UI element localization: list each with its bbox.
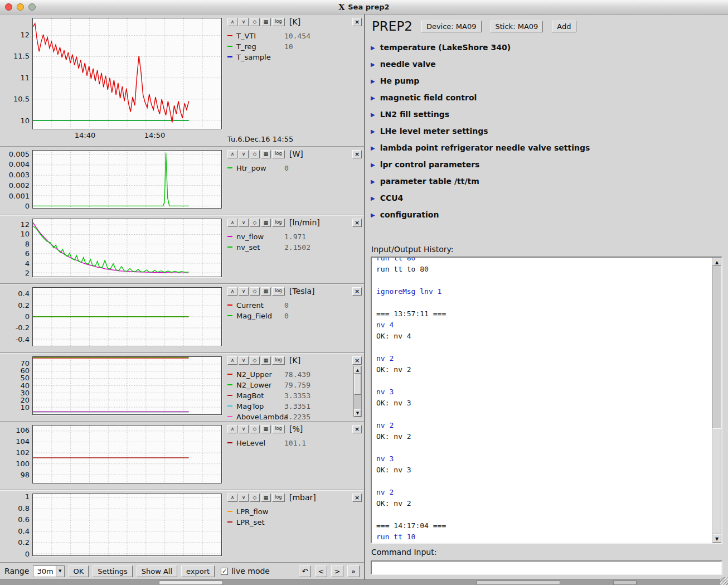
ok-button[interactable]: OK (69, 565, 89, 577)
page-left-button[interactable]: < (315, 565, 327, 577)
scroll-down-icon[interactable]: ▼ (354, 409, 361, 417)
scroll-thumb[interactable] (354, 374, 361, 395)
resize-grip[interactable] (720, 577, 728, 585)
plot-area[interactable] (32, 18, 222, 129)
legend-name: N2_Lower (236, 381, 284, 389)
down-button[interactable]: ∨ (239, 287, 249, 296)
log-button[interactable]: log (272, 150, 285, 158)
log-button[interactable]: log (272, 219, 285, 227)
y-axis: 70605040302010 (0, 353, 32, 421)
legend-value: 101.1 (284, 439, 306, 447)
plot-area[interactable] (32, 287, 222, 346)
x-tick-label: 14:40 (75, 131, 95, 139)
show-all-button[interactable]: Show All (137, 565, 177, 577)
up-button[interactable]: ∧ (227, 425, 237, 433)
diamond-button[interactable]: ◇ (250, 287, 260, 296)
scroll-up-icon[interactable]: ▲ (712, 258, 721, 266)
diamond-button[interactable]: ◇ (250, 18, 260, 26)
tree-item-0[interactable]: ▶temperature (LakeShore 340) (371, 39, 728, 56)
log-button[interactable]: log (272, 494, 285, 502)
add-button[interactable]: Add (552, 21, 576, 32)
log-button[interactable]: log (272, 287, 285, 296)
down-button[interactable]: ∨ (239, 150, 249, 158)
legend-color-dash (227, 236, 232, 237)
series-Htr_pow (33, 153, 189, 206)
close-button[interactable]: × (352, 287, 362, 296)
down-button[interactable]: ∨ (239, 494, 249, 502)
grid-button[interactable]: ▦ (261, 356, 271, 365)
diamond-button[interactable]: ◇ (250, 150, 260, 158)
diamond-button[interactable]: ◇ (250, 219, 260, 227)
tree-item-2[interactable]: ▶He pump (371, 72, 728, 89)
minimize-window-button[interactable] (17, 3, 24, 11)
grid-button[interactable]: ▦ (261, 219, 271, 227)
zoom-window-button[interactable] (28, 3, 36, 11)
device-button[interactable]: Device: MA09 (421, 21, 482, 32)
tree-item-1[interactable]: ▶needle valve (371, 56, 728, 72)
tree-item-7[interactable]: ▶lpr control parameters (371, 156, 728, 173)
plot-area[interactable] (32, 150, 222, 209)
grid-button[interactable]: ▦ (261, 287, 271, 296)
tree-item-9[interactable]: ▶CCU4 (371, 190, 728, 206)
grid-button[interactable]: ▦ (261, 494, 271, 502)
grid-button[interactable]: ▦ (261, 18, 271, 26)
close-button[interactable]: × (352, 150, 362, 158)
grid-button[interactable]: ▦ (261, 425, 271, 433)
diamond-button[interactable]: ◇ (250, 494, 260, 502)
checkbox-checked-icon[interactable]: ✓ (221, 568, 228, 575)
tree-item-10[interactable]: ▶configuration (371, 206, 728, 223)
up-button[interactable]: ∧ (227, 18, 237, 26)
tree-item-3[interactable]: ▶magnetic field control (371, 89, 728, 106)
tree-item-label: CCU4 (380, 194, 404, 202)
up-button[interactable]: ∧ (227, 356, 237, 365)
log-button[interactable]: log (272, 356, 285, 365)
jump-end-button[interactable]: » (347, 565, 360, 577)
chevron-down-icon: ▼ (56, 566, 64, 577)
legend-scrollbar[interactable]: ▲▼ (353, 366, 362, 417)
settings-button[interactable]: Settings (93, 565, 132, 577)
plot-area[interactable] (32, 219, 222, 277)
up-button[interactable]: ∧ (227, 219, 237, 227)
live-mode-toggle[interactable]: ✓ live mode (221, 567, 270, 576)
export-button[interactable]: export (181, 565, 215, 577)
page-right-button[interactable]: > (331, 565, 343, 577)
history-line: OK: nv 2 (376, 364, 707, 375)
tree-item-5[interactable]: ▶LHe level meter settings (371, 123, 728, 139)
close-button[interactable]: × (352, 356, 362, 365)
io-history[interactable]: run tt 80run tt to 80 ignoreMsg lnv 1 ==… (372, 257, 712, 543)
diamond-button[interactable]: ◇ (250, 356, 260, 365)
up-button[interactable]: ∧ (227, 494, 237, 502)
scroll-thumb[interactable] (712, 428, 721, 534)
tree-item-6[interactable]: ▶lambda point refrigerator needle valve … (371, 139, 728, 156)
close-window-button[interactable] (5, 3, 12, 11)
tree-item-4[interactable]: ▶LN2 fill settings (371, 106, 728, 123)
scroll-down-icon[interactable]: ▼ (712, 534, 721, 543)
log-button[interactable]: log (272, 18, 285, 26)
plot-area[interactable] (32, 494, 222, 556)
window-titlebar[interactable]: X Sea prep2 (0, 0, 728, 14)
down-button[interactable]: ∨ (239, 356, 249, 365)
down-button[interactable]: ∨ (239, 425, 249, 433)
command-input[interactable] (371, 560, 722, 575)
legend-item: nv_set2.1502 (227, 243, 362, 252)
down-button[interactable]: ∨ (239, 219, 249, 227)
jump-back-button[interactable]: ↶ (299, 565, 311, 577)
grid-button[interactable]: ▦ (261, 150, 271, 158)
plot-area[interactable] (32, 425, 222, 484)
close-button[interactable]: × (352, 425, 362, 433)
close-button[interactable]: × (352, 18, 362, 26)
up-button[interactable]: ∧ (227, 287, 237, 296)
log-button[interactable]: log (272, 425, 285, 433)
close-button[interactable]: × (352, 219, 362, 227)
plot-area[interactable] (32, 356, 222, 415)
up-button[interactable]: ∧ (227, 150, 237, 158)
tree-item-8[interactable]: ▶parameter table /tt/tm (371, 173, 728, 190)
scrollbar-trough[interactable] (712, 266, 721, 534)
stick-button[interactable]: Stick: MA09 (491, 21, 543, 32)
range-select[interactable]: 30m ▼ (33, 565, 64, 577)
history-scrollbar[interactable]: ▲ ▼ (712, 258, 721, 543)
scroll-up-icon[interactable]: ▲ (354, 366, 361, 374)
close-button[interactable]: × (352, 494, 362, 502)
diamond-button[interactable]: ◇ (250, 425, 260, 433)
down-button[interactable]: ∨ (239, 18, 249, 26)
